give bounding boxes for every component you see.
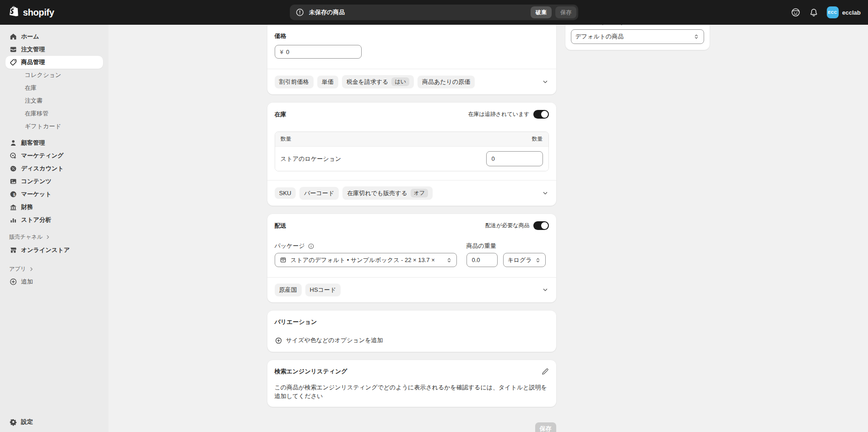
variants-card: バリエーション サイズや色などのオプションを追加 [267,311,556,352]
sidebar-item-inventory[interactable]: 在庫 [5,82,103,94]
sidekick-icon[interactable] [791,7,801,17]
topbar-right-group: ECC ecclab [791,0,861,25]
barcode-chip[interactable]: バーコード [299,187,339,200]
price-field: ¥ [275,45,362,59]
bank-icon [9,203,17,211]
info-circle-icon[interactable] [308,243,315,250]
qty-column-right: 数量 [532,135,543,143]
charge-tax-chip[interactable]: 税金を請求する はい [342,75,414,88]
tag-icon [9,58,17,66]
oversell-chip[interactable]: 在庫切れでも販売する オフ [342,186,433,200]
pricing-collapse-row[interactable]: 割引前価格 単価 税金を請求する はい 商品あたりの原価 [267,69,556,94]
add-variant-option-button[interactable]: サイズや色などのオプションを追加 [275,336,549,345]
hs-code-chip[interactable]: HSコード [305,284,341,296]
weight-unit-select[interactable]: キログラム [503,253,546,267]
inventory-collapse-row[interactable]: SKU バーコード 在庫切れでも販売する オフ [267,180,556,206]
storefront-icon [9,246,17,254]
account-menu[interactable]: ECC ecclab [827,6,861,18]
sidebar-item-content[interactable]: コンテンツ [5,175,103,188]
sidebar-item-finance[interactable]: 財務 [5,201,103,213]
sidebar-item-home[interactable]: ホーム [5,30,103,43]
sales-channels-header[interactable]: 販売チャネル [5,231,103,242]
sidebar-item-gift-cards[interactable]: ギフトカード [5,120,103,133]
inventory-card: 在庫 在庫は追跡されています 数量 数量 ストアのロケーション [267,103,556,206]
globe-dollar-icon: $ [9,190,17,198]
save-button-topbar[interactable]: 保存 [555,6,576,18]
sidebar-item-products[interactable]: 商品管理 [5,56,103,69]
pencil-icon[interactable] [541,368,549,376]
inventory-location-row: ストアのロケーション [275,146,548,171]
unsaved-product-label: 未保存の商品 [309,8,345,16]
weight-label: 商品の重量 [467,242,496,250]
shipping-required-label: 配送が必要な商品 [485,222,530,230]
updown-chevron-icon [446,257,452,263]
package-select-value: ストアのデフォルト • サンプルボックス - 22 × 13.7 × [291,256,442,264]
svg-text:$: $ [13,192,16,197]
inventory-table: 数量 数量 ストアのロケーション [275,131,549,171]
unsaved-changes-bar: 未保存の商品 破棄 保存 [290,5,578,20]
sidebar-item-add-app[interactable]: 追加 [5,275,103,288]
origin-country-chip[interactable]: 原産国 [275,284,302,296]
inventory-table-header: 数量 数量 [275,132,548,146]
sidebar-item-collections[interactable]: コレクション [5,69,103,82]
package-icon [279,256,287,264]
theme-template-card: テーマテンプレート デフォルトの商品 [565,25,710,50]
main-content: 価格 ¥ 割引前価格 単価 税金を請求する はい 商品あたりの原価 [108,25,868,432]
shipping-collapse-row[interactable]: 原産国 HSコード [267,277,556,302]
theme-template-label: テーマテンプレート [571,25,704,27]
location-label: ストアのロケーション [281,155,342,163]
shipping-title: 配送 [275,222,287,230]
shopify-bag-icon [8,5,20,20]
store-name: ecclab [842,9,861,16]
save-button-bottom[interactable]: 保存 [535,422,556,432]
price-input[interactable] [286,49,356,55]
sidebar-item-transfers[interactable]: 在庫移管 [5,107,103,120]
weight-input[interactable] [467,253,498,267]
sidebar-item-orders[interactable]: 注文管理 [5,43,103,56]
shipping-card: 配送 配送が必要な商品 パッケージ [267,214,556,302]
compare-price-chip[interactable]: 割引前価格 [275,76,314,88]
oversell-value: オフ [411,189,429,197]
seo-card: 検索エンジンリスティング この商品が検索エンジンリスティングでどのように表示され… [267,360,556,407]
pricing-card: 価格 ¥ 割引前価格 単価 税金を請求する はい 商品あたりの原価 [267,25,556,94]
plus-circle-icon [9,278,17,286]
variants-title: バリエーション [275,318,549,326]
chevron-down-icon [542,190,549,197]
sidebar-item-settings[interactable]: 設定 [5,416,103,428]
sidebar-nav: ホーム 注文管理 商品管理 コレクション 在庫 注文書 在庫移管 ギフトカード … [0,25,108,432]
inventory-title: 在庫 [275,110,287,119]
alert-circle-icon [295,8,304,17]
sidebar-item-analytics[interactable]: ストア分析 [5,213,103,226]
bar-chart-icon [9,216,17,224]
home-icon [9,33,17,41]
top-bar: shopify 未保存の商品 破棄 保存 ECC ecclab [0,0,868,25]
package-label: パッケージ [275,242,305,250]
theme-template-value: デフォルトの商品 [575,33,689,41]
sidebar-item-marketing[interactable]: マーケティング [5,149,103,162]
sidebar-item-discounts[interactable]: ディスカウント [5,162,103,175]
inventory-tracked-toggle[interactable] [533,110,549,119]
shopify-wordmark: shopify [23,7,54,18]
bell-icon[interactable] [809,8,819,17]
sku-chip[interactable]: SKU [275,187,296,199]
unit-price-chip[interactable]: 単価 [317,76,338,88]
discard-button[interactable]: 破棄 [531,6,552,18]
sidebar-item-markets[interactable]: $ マーケット [5,188,103,201]
package-select[interactable]: ストアのデフォルト • サンプルボックス - 22 × 13.7 × [275,253,457,267]
target-icon [9,152,17,160]
chevron-down-icon [542,286,549,294]
gear-icon [9,418,17,426]
theme-template-select[interactable]: デフォルトの商品 [571,29,704,44]
inventory-tracked-label: 在庫は追跡されています [468,110,530,118]
shipping-required-toggle[interactable] [533,221,549,230]
quantity-input[interactable] [486,151,543,166]
seo-title: 検索エンジンリスティング [275,367,347,376]
shopify-logo[interactable]: shopify [0,5,54,20]
sidebar-item-purchase-orders[interactable]: 注文書 [5,94,103,107]
apps-header[interactable]: アプリ [5,263,103,274]
cost-per-item-chip[interactable]: 商品あたりの原価 [418,76,475,88]
sidebar-item-customers[interactable]: 顧客管理 [5,137,103,149]
updown-chevron-icon [693,33,700,40]
discount-badge-icon [9,164,17,173]
sidebar-item-online-store[interactable]: オンラインストア [5,244,103,257]
